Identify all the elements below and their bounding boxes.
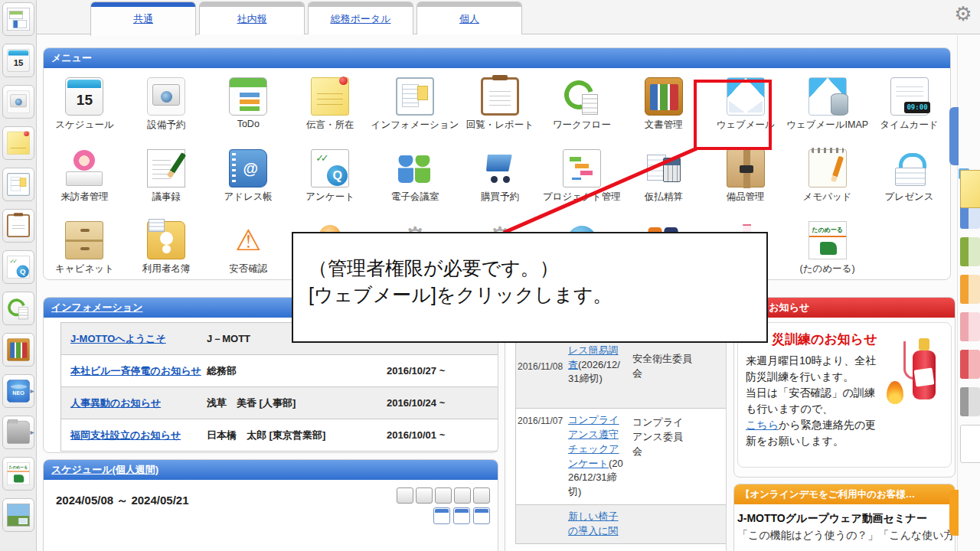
menu-app-item[interactable]: アンケート: [289, 145, 371, 217]
menu-app-item[interactable]: ToDo: [207, 73, 289, 145]
calendar-view-button[interactable]: [473, 507, 490, 524]
menu-app-label: (たのめーる): [800, 262, 855, 276]
calendar-view-button[interactable]: [433, 507, 450, 524]
sidebar-shortcut[interactable]: [2, 292, 34, 325]
sidebar-shortcut[interactable]: [2, 209, 34, 243]
sidebar-shortcut[interactable]: [2, 44, 34, 77]
menu-app-icon: [65, 149, 103, 187]
survey-group: コンプライアンス委員会: [632, 413, 692, 500]
menu-app-item[interactable]: アドレス帳: [207, 145, 289, 217]
menu-panel-header: メニュー: [44, 48, 950, 68]
calendar-view-button[interactable]: [453, 507, 470, 524]
menu-app-item[interactable]: 伝言・所在: [289, 73, 371, 145]
menu-app-label: 設備予約: [147, 119, 185, 132]
menu-app-item[interactable]: 電子会議室: [371, 145, 459, 217]
schedule-nav-buttons: [397, 487, 490, 504]
sidebar: [0, 0, 37, 551]
survey-row[interactable]: 2016/11/07 コンプライアンス遵守チェックアンケート(2026/12/3…: [516, 409, 726, 505]
information-link[interactable]: 人事異動のお知らせ: [70, 397, 161, 409]
portal-color-swatch[interactable]: [960, 425, 980, 446]
portal-color-swatch[interactable]: [960, 275, 980, 304]
menu-app-item[interactable]: インフォメーション: [371, 73, 459, 145]
menu-app-icon: [147, 221, 185, 259]
emergency-contact-link[interactable]: こちら: [746, 419, 779, 431]
menu-app-label: ワークフロー: [553, 119, 611, 132]
sidebar-shortcut[interactable]: [2, 168, 34, 201]
portal-tab[interactable]: 個人: [416, 2, 522, 34]
information-link[interactable]: 本社ビル一斉停電のお知らせ: [70, 365, 201, 377]
menu-app-item[interactable]: 設備予約: [126, 73, 207, 145]
tutorial-text-line2: [ウェブメール]をクリックします。: [309, 282, 766, 308]
menu-app-label: メモパッド: [803, 191, 852, 204]
sidebar-shortcut[interactable]: [2, 126, 34, 160]
sidebar-shortcut[interactable]: [2, 374, 34, 408]
menu-app-item[interactable]: 回覧・レポート: [459, 73, 541, 145]
sidebar-shortcut-icon: [6, 462, 29, 485]
menu-app-item[interactable]: キャビネット: [44, 217, 126, 282]
seminar-panel-header: 【オンラインデモをご利用中のお客様…: [734, 484, 955, 504]
menu-app-item[interactable]: 来訪者管理: [44, 145, 126, 217]
information-link[interactable]: 福岡支社設立のお知らせ: [70, 429, 181, 441]
menu-app-icon: [481, 149, 519, 187]
information-row[interactable]: 人事異動のお知らせ 浅草 美香 [人事部] 2016/10/24 ~: [61, 387, 498, 419]
menu-app-item[interactable]: 議事録: [126, 145, 207, 217]
seminar-panel: 【オンラインデモをご利用中のお客様… J-MOTTOグループウェア動画セミナー …: [733, 484, 956, 551]
menu-app-item[interactable]: プロジェクト管理: [541, 145, 622, 217]
edge-strip-icon: [960, 170, 980, 208]
schedule-nav-button[interactable]: [416, 487, 433, 504]
schedule-nav-button[interactable]: [435, 487, 452, 504]
menu-app-item[interactable]: ウェブメールIMAP: [786, 73, 868, 145]
menu-app-item[interactable]: タイムカード: [868, 73, 950, 145]
sidebar-shortcut-icon: [6, 132, 29, 155]
portal-color-swatch[interactable]: [960, 170, 980, 191]
menu-app-item[interactable]: 文書管理: [622, 73, 704, 145]
menu-app-item[interactable]: 利用者名簿: [126, 217, 207, 282]
menu-app-item[interactable]: 購買予約: [459, 145, 541, 217]
portal-color-swatch[interactable]: [960, 350, 980, 379]
sidebar-shortcut[interactable]: [2, 2, 34, 36]
menu-app-item[interactable]: 仮払精算: [622, 145, 704, 217]
information-row[interactable]: 福岡支社設立のお知らせ 日本橋 太郎 [東京営業部] 2016/10/01 ~: [61, 419, 498, 452]
sidebar-shortcut[interactable]: [2, 457, 34, 491]
schedule-panel-header[interactable]: スケジュール(個人週間): [44, 460, 498, 480]
survey-row[interactable]: 新しい椅子の導入に関: [516, 505, 726, 544]
sidebar-shortcut[interactable]: [2, 333, 34, 367]
menu-app-label: 備品管理: [727, 191, 765, 204]
sidebar-shortcut[interactable]: [2, 250, 34, 284]
sidebar-shortcut-icon: [6, 49, 29, 72]
menu-app-label: インフォメーション: [371, 119, 459, 132]
schedule-nav-button[interactable]: [473, 487, 490, 504]
menu-app-item[interactable]: メモパッド: [786, 145, 868, 217]
schedule-nav-button[interactable]: [397, 487, 413, 504]
sidebar-shortcut[interactable]: [2, 416, 34, 449]
menu-app-item[interactable]: スケジュール: [44, 73, 126, 145]
portal-tab[interactable]: 共通: [90, 2, 196, 36]
schedule-nav-button[interactable]: [454, 487, 471, 504]
tab-accent-bar: [200, 2, 304, 7]
tab-label: 個人: [417, 12, 521, 26]
information-row[interactable]: 本社ビル一斉停電のお知らせ 総務部 2016/10/27 ~: [61, 355, 498, 387]
menu-app-label: 利用者名簿: [142, 262, 191, 276]
menu-app-icon: [563, 149, 601, 187]
survey-date: 2016/11/07: [518, 413, 568, 500]
tab-label: 総務ポータル: [309, 12, 413, 26]
information-author: 総務部: [207, 364, 387, 378]
menu-app-label: 電子会議室: [391, 191, 439, 204]
information-link[interactable]: J-MOTTOへようこそ: [70, 333, 166, 344]
survey-link[interactable]: 新しい椅子の導入に関: [568, 510, 619, 536]
sidebar-shortcut-icon: [6, 214, 29, 237]
portal-color-swatch[interactable]: [960, 237, 980, 266]
menu-app-item[interactable]: 安否確認: [207, 217, 289, 282]
sidebar-shortcut[interactable]: [2, 85, 34, 119]
portal-tab[interactable]: 総務ポータル: [308, 2, 413, 34]
menu-app-item[interactable]: (たのめーる): [786, 217, 868, 282]
menu-app-item[interactable]: プレゼンス: [868, 145, 950, 217]
menu-app-item[interactable]: 備品管理: [704, 145, 786, 217]
sidebar-shortcut[interactable]: [2, 498, 34, 532]
fire-extinguisher-image: [887, 329, 943, 415]
menu-app-item[interactable]: ワークフロー: [541, 73, 622, 145]
portal-color-swatch[interactable]: [960, 312, 980, 341]
settings-gear-icon[interactable]: ⚙: [951, 2, 975, 26]
portal-color-swatch[interactable]: [960, 387, 980, 416]
portal-tab[interactable]: 社内報: [199, 2, 305, 34]
